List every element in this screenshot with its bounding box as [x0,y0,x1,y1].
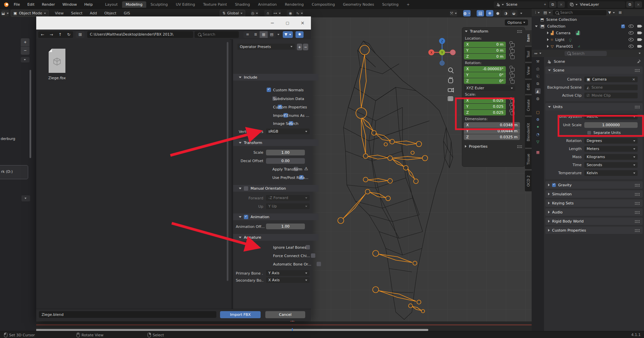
new-scene-button[interactable]: ⧉ [549,1,556,8]
scale-y-field[interactable]: Y0.025 [464,104,506,109]
tab-scene-icon[interactable]: ◭ [535,88,541,94]
properties-editor-type-icon[interactable]: ≔ [533,50,542,57]
animation-checkbox[interactable] [244,215,248,219]
automatic-bone-orientation-checkbox[interactable] [317,262,321,266]
properties-panel-header[interactable]: Properties [462,143,525,150]
workspace-tab-modeling[interactable]: Modeling [122,1,146,8]
up-directory-button[interactable]: ↑ [56,31,64,38]
menu-window[interactable]: Window [59,2,80,7]
camera-data-badge-icon[interactable]: ▟ [575,31,581,35]
vertex-colors-dropdown[interactable]: sRGB [266,129,310,134]
timeline-strip[interactable] [0,322,532,331]
workspace-tab-texture-paint[interactable]: Texture Paint [200,1,231,8]
file-item-ziege-fbx[interactable]: Ziege.fbx [47,48,88,80]
properties-options-dropdown[interactable] [639,53,641,54]
tab-data-icon[interactable]: ▽ [535,139,541,145]
disable-render-camera-icon[interactable] [637,32,641,34]
tab-tool-icon[interactable]: ⚒ [535,59,541,64]
sidebar-tab-edit[interactable]: Edit [525,80,532,94]
viewlayer-selector[interactable]: ViewLayer [568,1,625,8]
lock-icon[interactable] [511,55,515,59]
menu-render[interactable]: Render [38,2,59,7]
tab-object-icon[interactable]: ▢ [535,109,541,115]
camera-view-icon[interactable] [448,88,453,92]
location-x-field[interactable]: X0 m [464,42,506,47]
filter-toggle-button[interactable]: ▼ [283,31,293,38]
workspace-tab-uv-editing[interactable]: UV Editing [172,1,199,8]
custom-normals-checkbox[interactable] [267,88,271,92]
show-overlays-toggle[interactable]: ◍ [463,10,471,16]
forward-dropdown[interactable]: -Z Forward [266,195,310,201]
tab-particles-icon[interactable]: ✶ [535,124,541,130]
time-units-dropdown[interactable]: Seconds [584,162,638,168]
outliner-funnel-icon[interactable]: ▼ [607,9,615,16]
hide-eye-icon[interactable] [629,31,634,35]
simulation-panel-header[interactable]: Simulation [545,190,643,198]
include-section-header[interactable]: Include [233,74,318,81]
up-dropdown[interactable]: Y Up [266,203,310,209]
create-directory-button[interactable]: ⊞ [76,31,85,38]
manual-orientation-section-header[interactable]: Manual Orientation [233,185,318,192]
location-z-field[interactable]: Z0 m [464,54,506,59]
panel-drag-handle[interactable] [517,30,522,33]
file-list-area[interactable]: Ziege.fbx [36,39,230,309]
directory-path-input[interactable] [87,31,193,38]
rotation-y-field[interactable]: Y0° [464,72,506,78]
scale-z-field[interactable]: Z0.025 [464,110,506,115]
back-button[interactable]: ← [38,31,47,38]
sidebar-tab-view[interactable]: View [525,63,532,79]
bookmark-add-button[interactable]: + [21,38,30,46]
lock-icon[interactable] [511,105,515,109]
refresh-button[interactable]: ↻ [64,31,73,38]
shading-material-icon[interactable]: ◑ [502,10,509,16]
scale-input[interactable]: 1.00 [266,150,305,155]
collection-checkbox[interactable] [621,25,625,28]
thumbnail-view-icon[interactable]: ▦ [260,31,268,38]
shading-wireframe-icon[interactable]: ⊕ [486,10,493,16]
tab-physics-icon[interactable]: ◔ [535,132,541,137]
volume-item-fragment[interactable]: derburg [1,137,15,141]
clear-x-icon[interactable]: × [632,77,635,82]
scene-panel-header[interactable]: Scene [545,66,643,74]
gravity-panel-header[interactable]: Gravity [545,181,643,189]
armature-data-badge-icon[interactable]: ⑁ [578,44,580,49]
new-collection-icon[interactable]: ⊞ [616,9,624,16]
menu-help[interactable]: Help [80,2,96,7]
maximize-button[interactable]: ▢ [282,19,292,27]
proportional-edit-icon[interactable]: ◉ [287,10,294,16]
mass-units-dropdown[interactable]: Kilograms [584,154,638,160]
view-menu[interactable]: View [51,11,67,15]
tab-render-icon[interactable]: ⎙ [535,66,541,72]
editor-type-icon[interactable]: ⬓ [1,10,9,16]
transform-section-header[interactable]: Transform [233,139,318,146]
force-connect-children-checkbox[interactable] [311,253,315,258]
navigation-gizmo[interactable]: Z X Y [426,28,460,111]
file-list-scrollbar[interactable] [227,42,228,281]
pin-icon[interactable]: ⌖ [544,2,546,7]
outliner-display-mode-icon[interactable]: ⫶ [533,9,542,16]
panel-collapse-dropdown[interactable] [21,195,30,201]
transform-panel-header[interactable]: Transform [462,28,525,35]
show-gizmo-toggle[interactable]: ⤧ [450,10,457,16]
transform-orientation-dropdown[interactable]: ⇅ Global [220,10,245,17]
shading-dropdown[interactable] [520,13,522,14]
outliner-item-light[interactable]: ⌾ Light ⍜ [532,36,644,43]
outliner-item-camera[interactable]: ▟ Camera ▟ [532,30,644,36]
scene-selector[interactable]: Scene ⌖ [494,1,548,8]
workspace-tab-scripting[interactable]: Scripting [378,1,402,8]
tab-texture-icon[interactable]: ▦ [535,149,541,155]
unit-scale-input[interactable]: 1.000000 [584,122,638,128]
hide-eye-icon[interactable] [629,38,634,41]
forward-button[interactable]: → [47,31,56,38]
add-menu[interactable]: Add [86,11,101,15]
big-thumbnail-view-icon[interactable]: ▤ [268,31,276,38]
background-scene-selector[interactable]: ◭Scene [584,85,638,90]
disable-render-camera-icon[interactable] [637,38,641,41]
lock-icon[interactable] [511,80,515,84]
vertical-list-view-icon[interactable]: ≡ [244,31,252,38]
audio-panel-header[interactable]: Audio [545,208,643,216]
units-panel-header[interactable]: Units [545,103,643,110]
dimensions-x-field[interactable]: X0.0348 m [464,122,520,128]
custom-properties-panel-header[interactable]: Custom Properties [545,227,643,234]
scrollbar[interactable] [30,70,31,158]
